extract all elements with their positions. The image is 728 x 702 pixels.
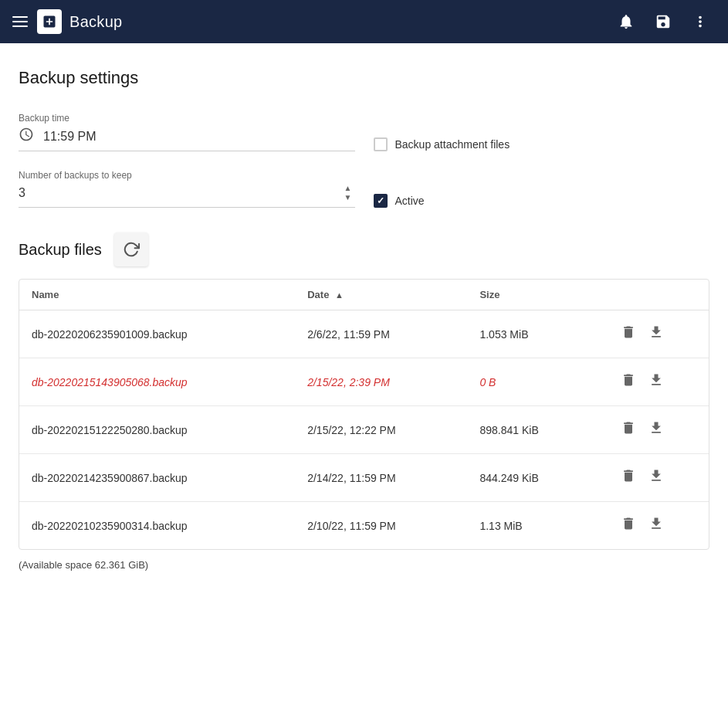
actions-cell	[618, 369, 696, 395]
backup-files-title: Backup files	[19, 241, 102, 259]
file-size: 1.053 MiB	[467, 310, 605, 358]
file-date: 2/15/22, 2:39 PM	[295, 358, 467, 406]
backup-attachment-label: Backup attachment files	[395, 138, 510, 151]
delete-button[interactable]	[618, 417, 639, 443]
file-name: db-20220206235901009.backup	[19, 310, 295, 358]
spinner-up-button[interactable]: ▲	[341, 184, 355, 193]
files-table: Name Date ▲ Size db-20220206235901009.ba…	[19, 280, 709, 549]
file-size: 0 B	[467, 358, 605, 406]
col-header-actions	[605, 280, 709, 310]
active-checkbox[interactable]	[374, 194, 388, 208]
file-name: db-20220215143905068.backup	[19, 358, 295, 406]
backup-time-input-row: 11:59 PM	[19, 127, 355, 151]
table-row: db-20220206235901009.backup2/6/22, 11:59…	[19, 310, 709, 358]
active-label: Active	[395, 195, 425, 207]
num-backups-spinner: ▲ ▼	[341, 184, 355, 202]
file-actions	[605, 406, 709, 454]
backup-attachment-field: Backup attachment files	[374, 113, 710, 151]
actions-cell	[618, 465, 696, 490]
table-row: db-20220214235900867.backup2/14/22, 11:5…	[19, 454, 709, 502]
download-button[interactable]	[645, 513, 667, 538]
num-backups-input-row: ▲ ▼	[19, 184, 355, 208]
file-name: db-20220215122250280.backup	[19, 406, 295, 454]
actions-cell	[618, 513, 696, 538]
delete-button[interactable]	[618, 513, 639, 538]
download-button[interactable]	[645, 417, 667, 443]
col-header-name[interactable]: Name	[19, 280, 295, 310]
download-button[interactable]	[645, 465, 667, 490]
backup-attachment-row: Backup attachment files	[374, 137, 710, 151]
active-row: Active	[374, 194, 710, 208]
file-size: 898.841 KiB	[467, 406, 605, 454]
num-backups-label: Number of backups to keep	[19, 170, 355, 181]
file-date: 2/14/22, 11:59 PM	[295, 454, 467, 502]
backup-attachment-checkbox[interactable]	[374, 137, 388, 151]
col-header-size[interactable]: Size	[467, 280, 605, 310]
app-title: Backup	[69, 13, 123, 31]
file-size: 844.249 KiB	[467, 454, 605, 502]
file-actions	[605, 454, 709, 502]
file-actions	[605, 502, 709, 550]
spinner-down-button[interactable]: ▼	[341, 193, 355, 202]
page-title: Backup settings	[19, 68, 709, 88]
app-icon	[37, 9, 62, 34]
notifications-button[interactable]	[611, 6, 642, 37]
files-table-container: Name Date ▲ Size db-20220206235901009.ba…	[19, 279, 709, 550]
app-header: Backup	[0, 0, 728, 43]
menu-icon[interactable]	[12, 16, 28, 27]
file-date: 2/15/22, 12:22 PM	[295, 406, 467, 454]
delete-button[interactable]	[618, 321, 639, 347]
col-header-date[interactable]: Date ▲	[295, 280, 467, 310]
file-name: db-20220214235900867.backup	[19, 454, 295, 502]
download-button[interactable]	[645, 369, 667, 395]
file-actions	[605, 310, 709, 358]
backup-time-label: Backup time	[19, 113, 355, 124]
file-date: 2/6/22, 11:59 PM	[295, 310, 467, 358]
delete-button[interactable]	[618, 369, 639, 395]
more-options-button[interactable]	[685, 6, 716, 37]
download-button[interactable]	[645, 321, 667, 347]
clock-icon	[19, 127, 34, 146]
file-name: db-20220210235900314.backup	[19, 502, 295, 550]
actions-cell	[618, 321, 696, 347]
table-row: db-20220215143905068.backup2/15/22, 2:39…	[19, 358, 709, 406]
actions-cell	[618, 417, 696, 443]
save-button[interactable]	[648, 6, 679, 37]
backup-time-value: 11:59 PM	[43, 130, 96, 144]
num-backups-input[interactable]	[19, 186, 341, 200]
file-size: 1.13 MiB	[467, 502, 605, 550]
sort-arrow-icon: ▲	[335, 290, 344, 300]
table-header: Name Date ▲ Size	[19, 280, 709, 310]
main-content: Backup settings Backup time 11:59 PM Bac…	[0, 43, 728, 602]
num-backups-field: Number of backups to keep ▲ ▼	[19, 170, 355, 208]
refresh-button[interactable]	[114, 232, 148, 266]
file-actions	[605, 358, 709, 406]
table-row: db-20220215122250280.backup2/15/22, 12:2…	[19, 406, 709, 454]
backup-files-header: Backup files	[19, 232, 709, 266]
table-row: db-20220210235900314.backup2/10/22, 11:5…	[19, 502, 709, 550]
active-field: Active	[374, 170, 710, 208]
settings-grid: Backup time 11:59 PM Backup attachment f…	[19, 113, 709, 208]
file-date: 2/10/22, 11:59 PM	[295, 502, 467, 550]
backup-time-field: Backup time 11:59 PM	[19, 113, 355, 151]
header-actions	[611, 6, 716, 37]
files-table-body: db-20220206235901009.backup2/6/22, 11:59…	[19, 310, 709, 550]
available-space: (Available space 62.361 GiB)	[19, 559, 709, 577]
delete-button[interactable]	[618, 465, 639, 490]
